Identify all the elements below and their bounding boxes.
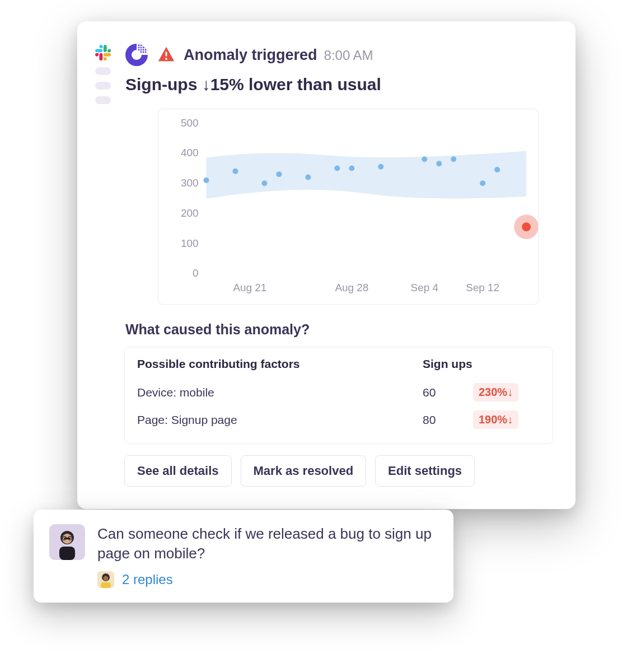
message-content: Anomaly triggered 8:00 AM Sign-ups ↓15% … [124, 43, 553, 487]
factor-row: Device: mobile60230%↓ [137, 379, 540, 406]
action-row: See all details Mark as resolved Edit se… [124, 455, 553, 487]
sidebar-placeholder [95, 96, 111, 104]
slack-sidebar [94, 43, 112, 487]
svg-point-19 [165, 58, 167, 60]
svg-text:Sep 12: Sep 12 [466, 282, 499, 293]
svg-point-17 [145, 52, 147, 53]
col-header-value: Sign ups [423, 357, 473, 371]
svg-text:100: 100 [181, 237, 199, 249]
mark-resolved-button[interactable]: Mark as resolved [241, 455, 367, 487]
svg-point-4 [138, 45, 140, 46]
factor-value: 60 [423, 386, 473, 399]
svg-point-54 [104, 576, 109, 581]
svg-point-34 [305, 175, 311, 180]
col-header-change [473, 357, 540, 371]
svg-point-42 [494, 167, 500, 172]
svg-rect-48 [59, 547, 75, 560]
svg-point-5 [141, 45, 142, 46]
svg-point-40 [451, 156, 456, 162]
factor-row: Page: Signup page80190%↓ [137, 406, 540, 433]
svg-point-30 [203, 178, 209, 183]
alert-title: Anomaly triggered [184, 46, 317, 64]
sidebar-placeholder [95, 67, 111, 75]
svg-point-37 [378, 164, 383, 170]
svg-point-32 [261, 180, 267, 186]
svg-text:300: 300 [181, 177, 199, 189]
svg-point-7 [138, 47, 140, 49]
svg-point-14 [145, 49, 147, 51]
factor-change: 190%↓ [473, 410, 540, 429]
mini-avatar [97, 571, 114, 588]
alert-icon [157, 45, 176, 64]
chart-svg: 0100200300400500Aug 21Aug 28Sep 4Sep 12 [158, 109, 538, 304]
factor-change: 230%↓ [473, 383, 540, 402]
reply-text: Can someone check if we released a bug t… [97, 524, 438, 563]
svg-point-33 [276, 171, 282, 177]
alert-time: 8:00 AM [324, 48, 373, 63]
svg-point-12 [141, 49, 142, 51]
svg-rect-49 [64, 538, 71, 539]
message-header: Anomaly triggered 8:00 AM [124, 43, 553, 67]
svg-text:0: 0 [193, 267, 199, 279]
svg-point-39 [436, 161, 442, 166]
svg-point-35 [334, 165, 340, 171]
slack-icon [95, 45, 111, 60]
svg-rect-3 [137, 43, 149, 55]
reply-card: Can someone check if we released a bug t… [34, 510, 453, 603]
svg-point-8 [141, 47, 142, 49]
factor-label: Page: Signup page [137, 413, 423, 427]
cause-heading: What caused this anomaly? [125, 321, 553, 338]
see-details-button[interactable]: See all details [124, 455, 232, 487]
svg-rect-18 [166, 52, 167, 57]
svg-point-13 [143, 49, 144, 51]
replies-link[interactable]: 2 replies [122, 572, 173, 587]
svg-text:500: 500 [181, 117, 199, 129]
alert-subtitle: Sign-ups ↓15% lower than usual [125, 75, 553, 94]
factor-label: Device: mobile [137, 386, 423, 399]
svg-rect-55 [101, 582, 111, 588]
svg-point-11 [138, 49, 140, 51]
svg-point-9 [143, 47, 144, 49]
factors-table: Possible contributing factors Sign ups D… [124, 347, 553, 444]
factor-value: 80 [423, 413, 473, 427]
col-header-factor: Possible contributing factors [137, 357, 423, 371]
svg-text:Aug 21: Aug 21 [233, 282, 267, 293]
edit-settings-button[interactable]: Edit settings [375, 455, 475, 487]
svg-point-10 [145, 47, 147, 49]
svg-text:200: 200 [181, 207, 199, 219]
app-icon [124, 43, 149, 67]
sidebar-placeholder [95, 82, 111, 90]
svg-point-38 [422, 156, 427, 162]
svg-point-31 [232, 169, 238, 174]
svg-point-15 [141, 52, 142, 53]
anomaly-chart: 0100200300400500Aug 21Aug 28Sep 4Sep 12 [158, 109, 539, 305]
svg-point-41 [480, 180, 485, 186]
avatar [49, 524, 85, 560]
svg-point-44 [522, 222, 531, 231]
svg-text:Aug 28: Aug 28 [335, 282, 368, 293]
svg-point-36 [349, 165, 354, 171]
svg-point-16 [143, 52, 144, 53]
slack-message-card: Anomaly triggered 8:00 AM Sign-ups ↓15% … [77, 21, 575, 509]
svg-point-6 [143, 45, 144, 46]
svg-text:Sep 4: Sep 4 [411, 282, 438, 293]
svg-text:400: 400 [181, 147, 199, 159]
